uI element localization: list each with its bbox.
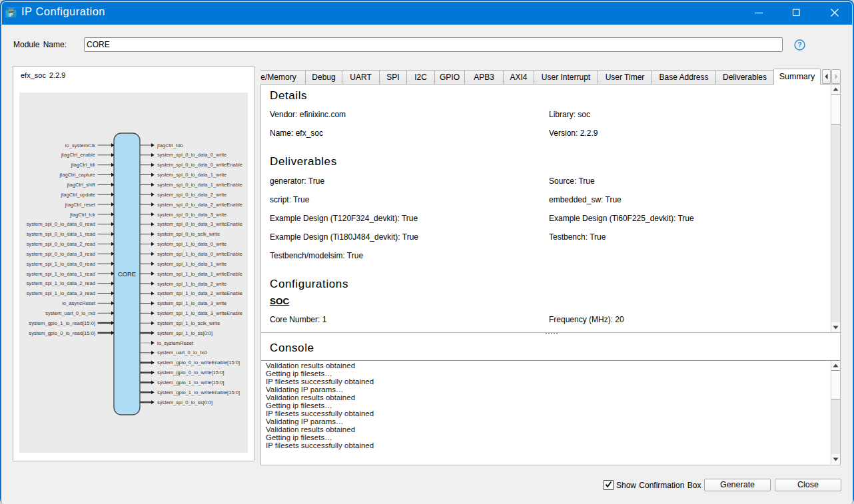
svg-text:system_spi_0_io_data_2_writeEn: system_spi_0_io_data_2_writeEnable bbox=[157, 202, 242, 208]
svg-text:system_spi_0_io_ss[0:0]: system_spi_0_io_ss[0:0] bbox=[157, 399, 213, 405]
svg-text:system_spi_0_io_data_1_writeEn: system_spi_0_io_data_1_writeEnable bbox=[157, 182, 242, 188]
svg-text:CORE: CORE bbox=[118, 270, 136, 278]
svg-text:jtagCtrl_tck: jtagCtrl_tck bbox=[69, 212, 95, 218]
svg-text:system_spi_1_io_ss[0:0]: system_spi_1_io_ss[0:0] bbox=[157, 330, 213, 336]
svg-text:io_systemClk: io_systemClk bbox=[65, 142, 95, 148]
svg-text:jtagCtrl_tdo: jtagCtrl_tdo bbox=[157, 142, 183, 148]
svg-text:IP: IP bbox=[9, 12, 13, 18]
svg-text:system_spi_0_io_data_0_write: system_spi_0_io_data_0_write bbox=[157, 152, 226, 158]
svg-text:?: ? bbox=[797, 41, 801, 49]
svg-text:system_spi_0_io_data_2_read: system_spi_0_io_data_2_read bbox=[27, 241, 95, 247]
svg-text:system_spi_1_io_data_3_read: system_spi_1_io_data_3_read bbox=[27, 290, 95, 296]
svg-text:system_spi_1_io_data_0_write: system_spi_1_io_data_0_write bbox=[157, 241, 226, 247]
svg-text:system_spi_1_io_data_3_writeEn: system_spi_1_io_data_3_writeEnable bbox=[157, 310, 242, 316]
svg-text:jtagCtrl_tdi: jtagCtrl_tdi bbox=[71, 162, 96, 168]
svg-text:system_spi_1_io_data_1_writeEn: system_spi_1_io_data_1_writeEnable bbox=[157, 271, 242, 277]
svg-text:system_spi_1_io_data_3_write: system_spi_1_io_data_3_write bbox=[157, 300, 226, 306]
svg-text:system_spi_0_io_data_0_writeEn: system_spi_0_io_data_0_writeEnable bbox=[157, 162, 242, 168]
svg-text:system_spi_1_io_data_1_write: system_spi_1_io_data_1_write bbox=[157, 261, 226, 267]
svg-text:system_spi_0_io_sclk_write: system_spi_0_io_sclk_write bbox=[157, 231, 220, 237]
svg-text:jtagCtrl_reset: jtagCtrl_reset bbox=[65, 202, 96, 208]
svg-text:system_spi_1_io_data_1_read: system_spi_1_io_data_1_read bbox=[27, 271, 95, 277]
svg-text:system_spi_0_io_data_1_read: system_spi_0_io_data_1_read bbox=[27, 231, 95, 237]
svg-text:system_spi_0_io_data_1_write: system_spi_0_io_data_1_write bbox=[157, 172, 226, 178]
svg-text:system_spi_0_io_data_0_read: system_spi_0_io_data_0_read bbox=[27, 221, 95, 227]
svg-text:jtagCtrl_shift: jtagCtrl_shift bbox=[67, 182, 96, 188]
svg-text:system_uart_0_io_rxd: system_uart_0_io_rxd bbox=[45, 310, 95, 316]
svg-text:system_uart_0_io_txd: system_uart_0_io_txd bbox=[157, 350, 207, 356]
svg-text:system_spi_0_io_data_3_write: system_spi_0_io_data_3_write bbox=[157, 212, 226, 218]
svg-text:system_gpio_0_io_write[15:0]: system_gpio_0_io_write[15:0] bbox=[157, 370, 224, 376]
svg-text:system_spi_1_io_data_2_read: system_spi_1_io_data_2_read bbox=[27, 280, 95, 286]
svg-text:system_spi_0_io_data_3_writeEn: system_spi_0_io_data_3_writeEnable bbox=[157, 221, 242, 227]
svg-text:system_gpio_0_io_read[15:0]: system_gpio_0_io_read[15:0] bbox=[29, 330, 95, 336]
svg-text:jtagCtrl_capture: jtagCtrl_capture bbox=[59, 172, 95, 178]
svg-text:jtagCtrl_update: jtagCtrl_update bbox=[60, 192, 95, 198]
svg-text:system_spi_1_io_data_2_write: system_spi_1_io_data_2_write bbox=[157, 281, 226, 287]
svg-text:system_spi_1_io_sclk_write: system_spi_1_io_sclk_write bbox=[157, 320, 220, 326]
svg-text:system_spi_1_io_data_0_writeEn: system_spi_1_io_data_0_writeEnable bbox=[157, 251, 242, 257]
svg-text:system_gpio_1_io_write[15:0]: system_gpio_1_io_write[15:0] bbox=[157, 379, 224, 385]
svg-text:system_spi_0_io_data_2_write: system_spi_0_io_data_2_write bbox=[157, 192, 226, 198]
svg-text:io_asyncReset: io_asyncReset bbox=[62, 300, 96, 306]
svg-text:io_systemReset: io_systemReset bbox=[157, 340, 194, 346]
svg-text:jtagCtrl_enable: jtagCtrl_enable bbox=[61, 152, 95, 158]
svg-text:system_spi_1_io_data_2_writeEn: system_spi_1_io_data_2_writeEnable bbox=[157, 290, 242, 296]
svg-text:system_gpio_1_io_writeEnable[1: system_gpio_1_io_writeEnable[15:0] bbox=[157, 389, 240, 395]
svg-text:system_spi_1_io_data_0_read: system_spi_1_io_data_0_read bbox=[27, 261, 95, 267]
svg-text:system_gpio_0_io_writeEnable[1: system_gpio_0_io_writeEnable[15:0] bbox=[157, 360, 240, 366]
svg-text:system_gpio_1_io_read[15:0]: system_gpio_1_io_read[15:0] bbox=[29, 320, 95, 326]
svg-text:system_spi_0_io_data_3_read: system_spi_0_io_data_3_read bbox=[27, 251, 95, 257]
